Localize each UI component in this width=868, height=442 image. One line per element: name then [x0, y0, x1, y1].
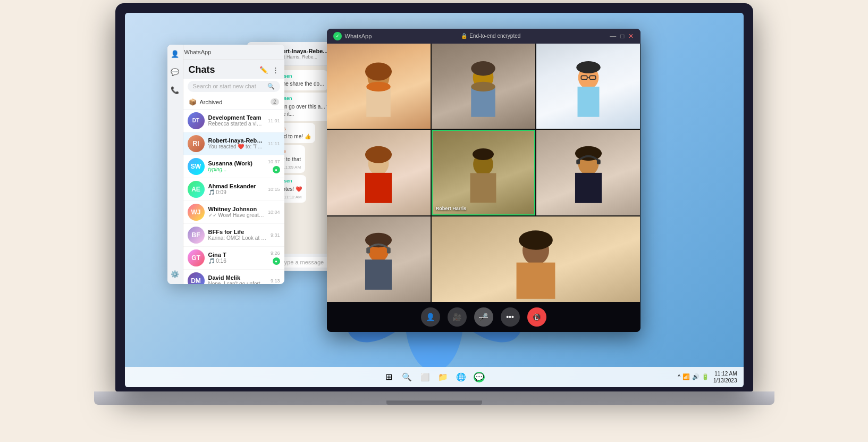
whatsapp-taskbar-button[interactable]: 💬 — [471, 369, 487, 385]
more-icon: ••• — [506, 313, 514, 321]
chat-preview-1: You reacted ❤️ to: "I'm taking n... — [208, 144, 264, 149]
vc-titlebar: ✓ WhatsApp 🔒 End-to-end encrypted — □ ✕ — [327, 29, 641, 44]
file-explorer-button[interactable]: 📁 — [435, 369, 451, 385]
taskbar-tray: ^ 📶 🔊 🔋 — [678, 373, 709, 380]
task-view-button[interactable]: ⬜ — [417, 369, 433, 385]
edge-button[interactable]: 🌐 — [453, 369, 469, 385]
vc-grid: Robert Harris — [327, 44, 641, 302]
chat-avatar-2: SW — [188, 158, 205, 175]
chat-meta-2: 10:37 ● — [268, 159, 280, 173]
sidebar-chat-icon[interactable]: 💬 — [170, 67, 180, 78]
laptop-screen: ✓ WhatsApp 👤 💬 📞 ⚙️ Chat — [125, 13, 744, 387]
chat-list-header: Chats ✏️ ⋮ — [183, 60, 284, 79]
chat-preview-5: Karina: OMG! Look at this! — [208, 235, 267, 241]
chat-info-0: Development Team Rebecca started a video… — [208, 114, 264, 127]
chat-time-4: 10:04 — [268, 210, 280, 215]
chat-item-7[interactable]: DM David Melik Nope. I can't go unfortun… — [183, 270, 284, 284]
svg-rect-40 — [597, 160, 601, 164]
header-icons: ✏️ ⋮ — [259, 66, 279, 74]
chat-item-6[interactable]: GT Gina T 🎵 0:16 9:26 ● — [183, 247, 284, 270]
taskbar: ⊞ 🔍 ⬜ 📁 🌐 💬 — [125, 367, 744, 387]
vc-app-title: WhatsApp — [345, 33, 372, 39]
svg-point-21 — [471, 61, 496, 76]
camera-switch-button[interactable]: 👤 — [421, 307, 440, 327]
chat-time-5: 9:31 — [271, 232, 280, 238]
laptop-shell: ✓ WhatsApp 👤 💬 📞 ⚙️ Chat — [89, 3, 780, 439]
chat-preview-0: Rebecca started a video call — [208, 121, 264, 127]
more-options-button[interactable]: ••• — [501, 307, 520, 327]
chat-avatar-4: WJ — [188, 204, 205, 221]
mute-button[interactable]: 🎤 — [474, 307, 493, 327]
chat-meta-6: 9:26 ● — [271, 251, 280, 265]
svg-rect-38 — [575, 173, 602, 203]
svg-point-34 — [473, 148, 494, 160]
start-button[interactable]: ⊞ — [381, 369, 397, 385]
whatsapp-taskbar-icon: 💬 — [474, 372, 485, 382]
vc-title-left: ✓ WhatsApp — [333, 32, 372, 40]
chat-name-2: Susanna (Work) — [208, 160, 264, 166]
chat-avatar-7: DM — [188, 272, 205, 284]
archive-icon: 📦 — [189, 98, 197, 106]
laptop-screen-bezel: ✓ WhatsApp 👤 💬 📞 ⚙️ Chat — [115, 3, 753, 391]
taskbar-clock[interactable]: 11:12 AM 1/13/2023 — [713, 370, 737, 384]
svg-rect-29 — [577, 87, 599, 117]
chat-preview-3: 🎵 0:09 — [208, 189, 264, 195]
maximize-button[interactable]: □ — [620, 32, 624, 40]
svg-rect-43 — [365, 260, 392, 290]
svg-point-17 — [365, 62, 392, 80]
sidebar-settings-icon[interactable]: ⚙️ — [170, 269, 180, 280]
chat-item-0[interactable]: DT Development Team Rebecca started a vi… — [183, 110, 284, 132]
chat-info-7: David Melik Nope. I can't go unfortunate… — [208, 274, 267, 284]
chat-preview-4: ✓✓ Wow! Have great time. — [208, 212, 264, 218]
video-button[interactable]: 🎥 — [448, 307, 467, 327]
chat-item-4[interactable]: WJ Whitney Johnson ✓✓ Wow! Have great ti… — [183, 201, 284, 224]
chevron-icon[interactable]: ^ — [678, 374, 680, 380]
end-call-button[interactable]: 📵 — [527, 307, 546, 327]
close-button[interactable]: ✕ — [628, 32, 634, 40]
search-icon: 🔍 — [267, 83, 275, 90]
chat-item-3[interactable]: AE Ahmad Eskander 🎵 0:09 10:15 — [183, 178, 284, 201]
task-view-icon: ⬜ — [420, 373, 429, 381]
chat-badge-6: ● — [273, 257, 280, 265]
vc-cell-1 — [432, 44, 535, 129]
archived-count: 2 — [271, 98, 279, 105]
archived-bar[interactable]: 📦 Archived 2 — [183, 95, 284, 110]
svg-point-25 — [576, 61, 601, 73]
sidebar-call-icon[interactable]: 📞 — [170, 85, 180, 96]
archived-label: Archived — [200, 99, 267, 105]
chat-time-3: 10:15 — [268, 187, 280, 192]
wifi-icon[interactable]: 📶 — [682, 373, 690, 380]
chat-info-1: Robert-Inaya-Rebecca You reacted ❤️ to: … — [208, 137, 264, 149]
svg-point-47 — [519, 230, 553, 249]
chat-name-7: David Melik — [208, 274, 267, 281]
svg-rect-39 — [576, 160, 580, 164]
menu-icon[interactable]: ⋮ — [272, 66, 279, 74]
battery-icon[interactable]: 🔋 — [702, 373, 709, 380]
chat-item-1[interactable]: RI Robert-Inaya-Rebecca You reacted ❤️ t… — [183, 132, 284, 155]
chat-avatar-0: DT — [188, 112, 205, 129]
folder-icon: 📁 — [438, 372, 448, 382]
volume-icon[interactable]: 🔊 — [692, 373, 700, 380]
chat-meta-1: 11:11 — [268, 141, 280, 146]
chat-info-4: Whitney Johnson ✓✓ Wow! Have great time. — [208, 206, 264, 218]
chat-item-2[interactable]: SW Susanna (Work) typing... 10:37 ● — [183, 155, 284, 178]
svg-rect-44 — [366, 247, 370, 253]
taskbar-right: ^ 📶 🔊 🔋 11:12 AM 1/13/2023 — [678, 370, 737, 384]
vc-encryption-label: End-to-end encrypted — [469, 33, 520, 39]
chat-time-7: 9:13 — [271, 278, 280, 283]
chat-info-5: BFFs for Life Karina: OMG! Look at this! — [208, 229, 267, 241]
vc-cell-0 — [327, 44, 431, 129]
vc-controls-bar: 👤 🎥 🎤 ••• 📵 — [327, 302, 641, 332]
search-button[interactable]: 🔍 — [399, 369, 415, 385]
chat-name-4: Whitney Johnson — [208, 206, 264, 212]
chat-preview-2: typing... — [208, 166, 264, 172]
chat-item-5[interactable]: BF BFFs for Life Karina: OMG! Look at th… — [183, 224, 284, 247]
minimize-button[interactable]: — — [610, 32, 616, 40]
vc-cell-2 — [536, 44, 640, 129]
windows-icon: ⊞ — [385, 372, 392, 382]
chat-info-2: Susanna (Work) typing... — [208, 160, 264, 172]
chat-name-6: Gina T — [208, 252, 267, 258]
chat-search[interactable]: Search or start new chat 🔍 — [188, 81, 280, 92]
chat-avatar-5: BF — [188, 227, 205, 244]
new-chat-icon[interactable]: ✏️ — [259, 66, 268, 74]
